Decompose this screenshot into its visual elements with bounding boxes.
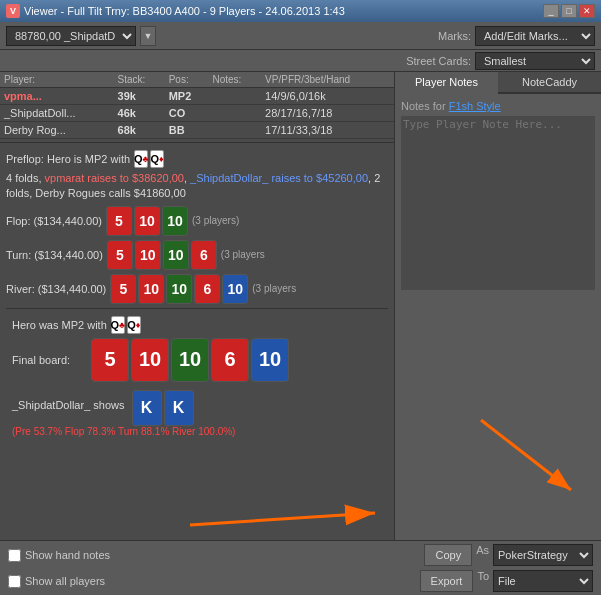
minimize-button[interactable]: _ bbox=[543, 4, 559, 18]
show-all-players-checkbox[interactable] bbox=[8, 575, 21, 588]
street-cards-label: Street Cards: bbox=[406, 55, 471, 67]
turn-players: (3 players bbox=[221, 249, 265, 260]
col-stack: Stack: bbox=[114, 72, 165, 88]
notes-0 bbox=[208, 88, 261, 105]
hero-hole-1: Q♣ bbox=[111, 316, 125, 334]
notes-1 bbox=[208, 105, 261, 122]
show-hand-notes-row: Show hand notes bbox=[8, 549, 110, 562]
turn-label: Turn: ($134,440.00) bbox=[6, 249, 103, 261]
river-card-4: 6 bbox=[194, 274, 220, 304]
player-name-0: vpma... bbox=[0, 88, 114, 105]
flop-card-2: 10 bbox=[134, 206, 160, 236]
flop-cards: 5 10 10 bbox=[106, 206, 188, 236]
marks-label: Marks: bbox=[438, 30, 471, 42]
notes-2 bbox=[208, 122, 261, 139]
notes-textarea[interactable] bbox=[401, 116, 595, 290]
close-button[interactable]: ✕ bbox=[579, 4, 595, 18]
hero-hole-cards: Q♣ Q♦ bbox=[111, 316, 141, 334]
pos-1: CO bbox=[165, 105, 209, 122]
title-bar: V Viewer - Full Tilt Trny: BB3400 A400 -… bbox=[0, 0, 601, 22]
action-buttons-row1: Copy As PokerStrategy bbox=[424, 544, 593, 566]
turn-card-2: 10 bbox=[135, 240, 161, 270]
final-board-label: Final board: bbox=[12, 354, 87, 366]
showdown-player: _ShipdatDollar_ shows bbox=[12, 399, 125, 411]
showdown-line: _ShipdatDollar_ shows K K bbox=[12, 386, 382, 426]
notes-player-link[interactable]: F1sh Style bbox=[449, 100, 501, 112]
col-pos: Pos: bbox=[165, 72, 209, 88]
marks-select[interactable]: Add/Edit Marks... bbox=[475, 26, 595, 46]
hand-history: Preflop: Hero is MP2 with Q♣ Q♦ 4 folds,… bbox=[0, 146, 394, 445]
notes-section: Notes for F1sh Style bbox=[395, 94, 601, 323]
hand-select[interactable]: 88780,00 _ShipdatDollar_ bbox=[6, 26, 136, 46]
turn-card-1: 5 bbox=[107, 240, 133, 270]
window-title: Viewer - Full Tilt Trny: BB3400 A400 - 9… bbox=[24, 5, 345, 17]
river-row: River: ($134,440.00) 5 10 10 6 10 (3 pla… bbox=[6, 274, 388, 304]
turn-card-4: 6 bbox=[191, 240, 217, 270]
as-select[interactable]: PokerStrategy bbox=[493, 544, 593, 566]
preflop-cards: Q♣ Q♦ bbox=[134, 150, 164, 168]
river-label: River: ($134,440.00) bbox=[6, 283, 106, 295]
hero-header: Hero was MP2 with Q♣ Q♦ bbox=[12, 316, 382, 334]
svg-line-1 bbox=[481, 420, 571, 490]
river-cards: 5 10 10 6 10 bbox=[110, 274, 248, 304]
stack-1: 46k bbox=[114, 105, 165, 122]
final-card-4: 6 bbox=[211, 338, 249, 382]
final-card-1: 5 bbox=[91, 338, 129, 382]
turn-cards: 5 10 10 6 bbox=[107, 240, 217, 270]
maximize-button[interactable]: □ bbox=[561, 4, 577, 18]
pos-0: MP2 bbox=[165, 88, 209, 105]
export-button[interactable]: Export bbox=[420, 570, 474, 592]
table-row: _ShipdatDoll... 46k CO 28/17/16,7/18 bbox=[0, 105, 394, 122]
street-cards-select[interactable]: Smallest bbox=[475, 52, 595, 70]
showdown-cards: K K bbox=[132, 390, 194, 426]
turn-card-3: 10 bbox=[163, 240, 189, 270]
col-vpip: VP/PFR/3bet/Hand bbox=[261, 72, 394, 88]
arrow-area bbox=[395, 323, 601, 540]
final-card-5: 10 bbox=[251, 338, 289, 382]
win-pct: (Pre 53.7% Flop 78.3% Turn 88.1% River 1… bbox=[12, 426, 382, 437]
final-board-cards: 5 10 10 6 10 bbox=[91, 338, 289, 382]
hero-section: Hero was MP2 with Q♣ Q♦ Final board: 5 1… bbox=[6, 312, 388, 441]
right-panel: Player Notes NoteCaddy Notes for F1sh St… bbox=[395, 72, 601, 540]
bottom-row-2: Show all players Export To File bbox=[8, 570, 593, 592]
as-label: As bbox=[476, 544, 489, 566]
hero-hole-2: Q♦ bbox=[127, 316, 141, 334]
river-card-2: 10 bbox=[138, 274, 164, 304]
col-notes: Notes: bbox=[208, 72, 261, 88]
pos-2: BB bbox=[165, 122, 209, 139]
river-players: (3 players bbox=[252, 283, 296, 294]
final-card-3: 10 bbox=[171, 338, 209, 382]
main-content: Player: Stack: Pos: Notes: VP/PFR/3bet/H… bbox=[0, 72, 601, 540]
river-card-1: 5 bbox=[110, 274, 136, 304]
show-hand-notes-checkbox[interactable] bbox=[8, 549, 21, 562]
tab-player-notes[interactable]: Player Notes bbox=[395, 72, 498, 94]
panel-tabs: Player Notes NoteCaddy bbox=[395, 72, 601, 94]
hand-nav-arrow[interactable]: ▼ bbox=[140, 26, 156, 46]
preflop-header: Preflop: Hero is MP2 with Q♣ Q♦ bbox=[6, 150, 388, 168]
final-board-row: Final board: 5 10 10 6 10 bbox=[12, 338, 382, 382]
turn-row: Turn: ($134,440.00) 5 10 10 6 (3 players bbox=[6, 240, 388, 270]
notes-for-label: Notes for F1sh Style bbox=[401, 100, 595, 112]
showdown-card-2: K bbox=[164, 390, 194, 426]
flop-card-1: 5 bbox=[106, 206, 132, 236]
copy-button[interactable]: Copy bbox=[424, 544, 472, 566]
player-table: Player: Stack: Pos: Notes: VP/PFR/3bet/H… bbox=[0, 72, 394, 139]
flop-label: Flop: ($134,440.00) bbox=[6, 215, 102, 227]
table-row: vpma... 39k MP2 14/9/6,0/16k bbox=[0, 88, 394, 105]
tab-note-caddy[interactable]: NoteCaddy bbox=[498, 72, 601, 94]
bottom-controls: Show hand notes Copy As PokerStrategy Sh… bbox=[0, 540, 601, 595]
vpip-2: 17/11/33,3/18 bbox=[261, 122, 394, 139]
to-select[interactable]: File bbox=[493, 570, 593, 592]
action-buttons-row2: Export To File bbox=[420, 570, 593, 592]
river-card-5: 10 bbox=[222, 274, 248, 304]
preflop-label: Preflop: Hero is MP2 with bbox=[6, 153, 130, 165]
stack-2: 68k bbox=[114, 122, 165, 139]
vpip-1: 28/17/16,7/18 bbox=[261, 105, 394, 122]
orange-arrow-svg bbox=[471, 410, 591, 510]
river-card-3: 10 bbox=[166, 274, 192, 304]
to-label: To bbox=[477, 570, 489, 592]
showdown-card-1: K bbox=[132, 390, 162, 426]
bottom-row-1: Show hand notes Copy As PokerStrategy bbox=[8, 544, 593, 566]
left-panel: Player: Stack: Pos: Notes: VP/PFR/3bet/H… bbox=[0, 72, 395, 540]
hero-card-1: Q♣ bbox=[134, 150, 148, 168]
